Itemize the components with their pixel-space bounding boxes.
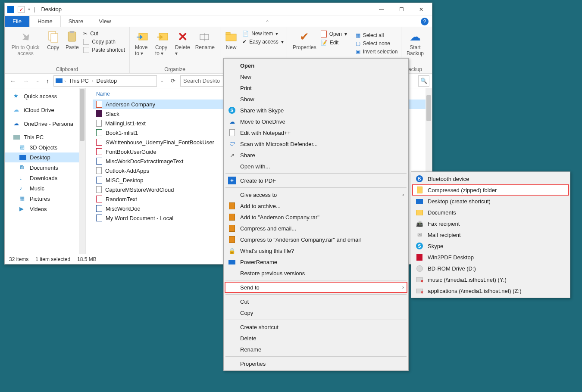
rename-button[interactable]: Rename — [194, 29, 216, 51]
menu-item[interactable]: Add to archive... — [225, 200, 407, 212]
chevron-right-icon[interactable]: › — [92, 78, 94, 84]
search-input[interactable]: Search Deskto — [180, 75, 223, 87]
menu-item[interactable]: Compress to "Anderson Company.rar" and e… — [225, 234, 407, 245]
start-backup-button[interactable]: ☁Start Backup — [405, 29, 426, 57]
menu-item[interactable]: Edit with Notepad++ — [225, 127, 407, 138]
nav-documents[interactable]: 🗎Documents — [5, 162, 85, 173]
nav-pictures[interactable]: ▦Pictures — [5, 193, 85, 204]
menu-item[interactable]: 🔒What's using this file? — [225, 245, 407, 256]
svg-rect-9 — [226, 32, 230, 34]
invert-selection-button[interactable]: ▣Invert selection — [355, 48, 399, 56]
tab-home[interactable]: Home — [29, 16, 61, 27]
menu-item-label: Move to OneDrive — [240, 118, 285, 125]
nav-this-pc[interactable]: This PC — [5, 132, 85, 142]
menu-item[interactable]: applications (\\media1.isfhost.net) (Z:) — [412, 285, 569, 296]
share-icon: ↗ — [228, 151, 236, 159]
nav-downloads[interactable]: ↓Downloads — [5, 173, 85, 183]
menu-item[interactable]: Rename — [225, 344, 407, 355]
minimize-button[interactable]: — — [372, 3, 391, 16]
titlebar-quick-checkbox[interactable]: ✓ — [18, 6, 25, 13]
nav-back-button[interactable]: ← — [7, 76, 19, 86]
menu-item[interactable]: Open with... — [225, 161, 407, 172]
maximize-button[interactable]: ☐ — [391, 3, 411, 16]
open-button[interactable]: Open ▾ — [320, 30, 348, 38]
menu-item[interactable]: New — [225, 71, 407, 82]
breadcrumb-desktop[interactable]: Desktop — [95, 78, 119, 84]
address-bar[interactable]: › This PC › Desktop — [53, 75, 157, 87]
menu-item[interactable]: Compressed (zipped) folder — [412, 184, 569, 196]
nav-desktop[interactable]: Desktop — [5, 152, 85, 162]
menu-item[interactable]: Open — [225, 60, 407, 71]
window-title: Desktop — [41, 6, 62, 12]
menu-item[interactable]: BBluetooth device — [412, 173, 569, 184]
refresh-button[interactable]: ⟳ — [167, 75, 178, 87]
edit-label: Edit — [330, 40, 339, 46]
nav-up-button[interactable]: ↑ — [44, 76, 52, 86]
tab-view[interactable]: View — [91, 16, 119, 27]
menu-item[interactable]: Copy — [225, 307, 407, 318]
menu-item[interactable]: Win2PDF Desktop — [412, 252, 569, 263]
menu-item[interactable]: +Create to PDF — [225, 175, 407, 186]
menu-item-label: Open with... — [240, 163, 270, 170]
new-folder-button[interactable]: New — [222, 29, 240, 51]
nav-onedrive[interactable]: ☁OneDrive - Persona — [5, 118, 85, 129]
menu-item[interactable]: Compress and email... — [225, 223, 407, 234]
menu-item[interactable]: PowerRename — [225, 256, 407, 268]
menu-item[interactable]: 🛡Scan with Microsoft Defender... — [225, 138, 407, 149]
menu-item[interactable]: Desktop (create shortcut) — [412, 196, 569, 207]
pin-to-quick-access-button[interactable]: Pin to Quick access — [8, 29, 43, 57]
delete-button[interactable]: ✕Delete ▾ — [173, 29, 192, 57]
menu-item[interactable]: Properties — [225, 358, 407, 369]
menu-item[interactable]: Print — [225, 82, 407, 93]
menu-item[interactable]: Documents — [412, 207, 569, 218]
collapse-ribbon-icon[interactable]: ⌃ — [265, 19, 269, 25]
paste-shortcut-button[interactable]: Paste shortcut — [82, 46, 126, 54]
copy-button[interactable]: Copy — [44, 29, 62, 51]
menu-item[interactable]: ↗Share — [225, 149, 407, 161]
menu-item[interactable]: 📠Fax recipient — [412, 218, 569, 229]
menu-item-label: Open — [240, 62, 254, 69]
titlebar-dropdown-icon[interactable]: ▾ — [28, 7, 30, 12]
copy-to-button[interactable]: Copy to ▾ — [153, 29, 172, 57]
nav-3d-objects[interactable]: ▨3D Objects — [5, 142, 85, 152]
menu-item[interactable]: Show — [225, 93, 407, 105]
tab-share[interactable]: Share — [61, 16, 91, 27]
address-dropdown-icon[interactable]: ⌄ — [159, 78, 166, 83]
nav-music[interactable]: ♪Music — [5, 183, 85, 193]
cut-button[interactable]: ✂Cut — [82, 30, 126, 37]
new-item-button[interactable]: 📄New item ▾ — [241, 30, 284, 37]
navpane-scrollbar[interactable] — [79, 88, 85, 254]
nav-history-dropdown[interactable]: ⌄ — [33, 77, 42, 85]
menu-item[interactable]: Cut — [225, 296, 407, 307]
menu-item[interactable]: Restore previous versions — [225, 268, 407, 279]
menu-item[interactable]: Give access to› — [225, 189, 407, 200]
menu-item[interactable]: Send to› — [225, 282, 407, 293]
select-all-button[interactable]: ▦Select all — [355, 31, 399, 39]
menu-item[interactable]: music (\\media1.isfhost.net) (Y:) — [412, 274, 569, 285]
search-button[interactable]: 🔍 — [418, 75, 429, 87]
properties-button[interactable]: ✔Properties — [291, 29, 318, 51]
menu-item[interactable]: Delete — [225, 333, 407, 344]
menu-item[interactable]: Create shortcut — [225, 321, 407, 333]
copy-path-button[interactable]: Copy path — [82, 38, 126, 46]
help-icon[interactable]: ? — [421, 18, 429, 25]
paste-button[interactable]: Paste — [63, 29, 81, 51]
menu-item[interactable]: ✉Mail recipient — [412, 229, 569, 240]
chevron-right-icon[interactable]: › — [64, 78, 66, 84]
move-to-button[interactable]: Move to ▾ — [133, 29, 152, 57]
menu-item[interactable]: SSkype — [412, 240, 569, 252]
nav-videos[interactable]: ▶Videos — [5, 204, 85, 214]
easy-access-button[interactable]: ✔Easy access ▾ — [241, 38, 284, 46]
close-button[interactable]: ✕ — [411, 3, 431, 16]
nav-quick-access[interactable]: ★Quick access — [5, 91, 85, 101]
menu-item[interactable]: Add to "Anderson Company.rar" — [225, 212, 407, 223]
nav-forward-button[interactable]: → — [20, 76, 31, 86]
menu-item[interactable]: ☁Move to OneDrive — [225, 116, 407, 127]
menu-item[interactable]: SShare with Skype — [225, 105, 407, 116]
menu-item[interactable]: BD-ROM Drive (D:) — [412, 263, 569, 274]
tab-file[interactable]: File — [5, 16, 29, 27]
breadcrumb-thispc[interactable]: This PC — [68, 78, 90, 84]
nav-icloud-drive[interactable]: ☁iCloud Drive — [5, 105, 85, 115]
select-none-button[interactable]: ▢Select none — [355, 40, 399, 47]
edit-button[interactable]: 📝Edit — [320, 39, 348, 47]
